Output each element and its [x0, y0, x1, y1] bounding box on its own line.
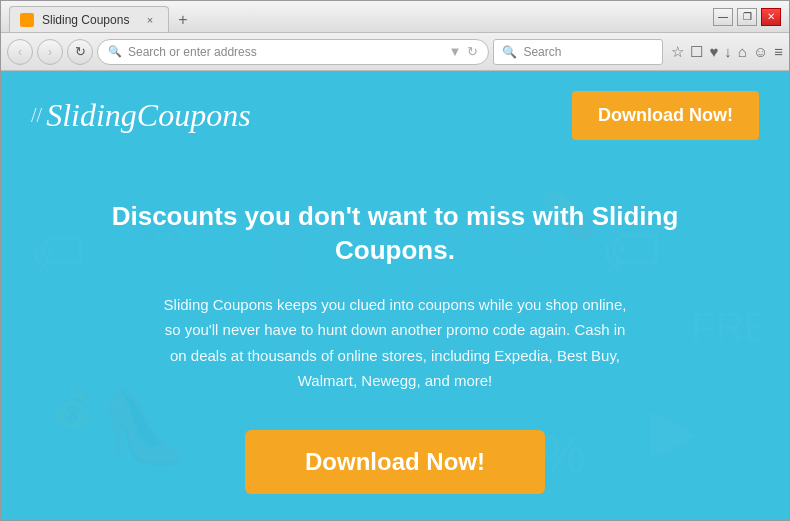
restore-button[interactable]: ❐ — [737, 8, 757, 26]
browser-tab[interactable]: Sliding Coupons × — [9, 6, 169, 32]
main-download-button[interactable]: Download Now! — [245, 430, 545, 494]
address-lock-icon: 🔍 — [108, 45, 122, 58]
search-bar[interactable]: 🔍 Search — [493, 39, 663, 65]
bookmark-icon[interactable]: ☆ — [671, 43, 684, 61]
window-controls: — ❐ ✕ — [713, 8, 781, 26]
tab-title: Sliding Coupons — [42, 13, 129, 27]
address-bar[interactable]: 🔍 Search or enter address ▼ ↻ — [97, 39, 489, 65]
menu-icon[interactable]: ≡ — [774, 43, 783, 60]
browser-window: Sliding Coupons × + — ❐ ✕ ‹ › ↻ 🔍 Search… — [0, 0, 790, 521]
page-content: PC 👠 🏷 🏷 ▶ % 🛒 💊 💰 FREE — [1, 71, 789, 520]
logo-slashes: // — [31, 104, 42, 127]
site-logo: // SlidingCoupons — [31, 97, 251, 134]
new-tab-button[interactable]: + — [169, 8, 197, 32]
site-main: Discounts you don't want to miss with Sl… — [1, 160, 789, 520]
tab-area: Sliding Coupons × + — [9, 1, 713, 32]
download-indicator-icon[interactable]: ↓ — [724, 43, 732, 60]
main-description: Sliding Coupons keeps you clued into cou… — [155, 292, 635, 394]
logo-text: SlidingCoupons — [46, 97, 250, 134]
site-wrapper: PC 👠 🏷 🏷 ▶ % 🛒 💊 💰 FREE — [1, 71, 789, 520]
close-button[interactable]: ✕ — [761, 8, 781, 26]
header-download-button[interactable]: Download Now! — [572, 91, 759, 140]
profile-icon[interactable]: ☺ — [753, 43, 768, 60]
title-bar: Sliding Coupons × + — ❐ ✕ — [1, 1, 789, 33]
search-magnifier-icon: 🔍 — [502, 45, 517, 59]
site-header: // SlidingCoupons Download Now! — [1, 71, 789, 160]
tab-close-button[interactable]: × — [142, 12, 158, 28]
reload-button[interactable]: ↻ — [67, 39, 93, 65]
main-headline: Discounts you don't want to miss with Sl… — [61, 200, 729, 268]
address-placeholder-text: Search or enter address — [128, 45, 443, 59]
pocket-icon[interactable]: ♥ — [709, 43, 718, 60]
search-placeholder-text: Search — [523, 45, 654, 59]
back-button[interactable]: ‹ — [7, 39, 33, 65]
tab-favicon — [20, 13, 34, 27]
address-dropdown-icon: ▼ — [449, 44, 462, 59]
forward-button[interactable]: › — [37, 39, 63, 65]
page-icon[interactable]: ☐ — [690, 43, 703, 61]
minimize-button[interactable]: — — [713, 8, 733, 26]
navigation-bar: ‹ › ↻ 🔍 Search or enter address ▼ ↻ 🔍 Se… — [1, 33, 789, 71]
address-refresh-icon: ↻ — [467, 44, 478, 59]
home-icon[interactable]: ⌂ — [738, 43, 747, 60]
nav-icons-area: ☆ ☐ ♥ ↓ ⌂ ☺ ≡ — [671, 43, 783, 61]
